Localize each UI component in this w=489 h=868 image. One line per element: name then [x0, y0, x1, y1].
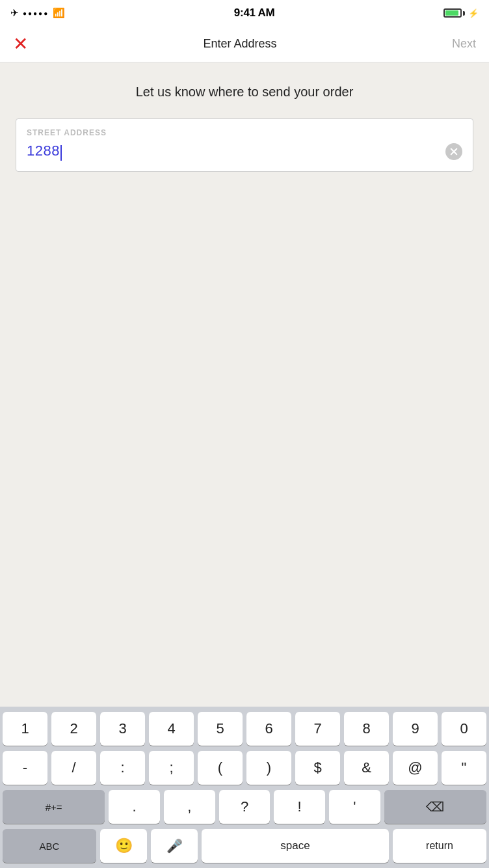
close-button[interactable]: ✕ [13, 35, 28, 53]
key-8[interactable]: 8 [344, 712, 389, 746]
key-1[interactable]: 1 [3, 712, 47, 746]
key-return[interactable]: return [393, 829, 486, 863]
battery-fill [445, 10, 458, 16]
next-button[interactable]: Next [452, 37, 476, 51]
wifi-icon: 📶 [53, 7, 65, 19]
keyboard: 1 2 3 4 5 6 7 8 9 0 - / : ; ( ) $ & @ " … [0, 707, 489, 868]
key-0[interactable]: 0 [442, 712, 486, 746]
key-2[interactable]: 2 [51, 712, 96, 746]
keyboard-row-3: #+= . , ? ! ' ⌫ [0, 790, 489, 824]
key-4[interactable]: 4 [149, 712, 194, 746]
backspace-key[interactable]: ⌫ [384, 790, 486, 824]
key-rparen[interactable]: ) [246, 751, 291, 785]
keyboard-row-4: ABC 🙂 🎤 space return [0, 829, 489, 868]
status-time: 9:41 AM [234, 7, 274, 20]
key-semicolon[interactable]: ; [149, 751, 194, 785]
input-text: 1288 [27, 142, 60, 159]
battery-tip [463, 11, 465, 16]
keyboard-row-1: 1 2 3 4 5 6 7 8 9 0 [0, 712, 489, 746]
key-dash[interactable]: - [3, 751, 47, 785]
content-area: Let us know where to send your order STR… [0, 62, 489, 707]
key-at[interactable]: @ [393, 751, 438, 785]
key-colon[interactable]: : [100, 751, 145, 785]
status-left: ✈ ●●●●● 📶 [10, 7, 65, 19]
key-3[interactable]: 3 [100, 712, 145, 746]
nav-bar: ✕ Enter Address Next [0, 26, 489, 62]
keyboard-row-2: - / : ; ( ) $ & @ " [0, 751, 489, 785]
status-bar: ✈ ●●●●● 📶 9:41 AM ⚡ [0, 0, 489, 26]
key-abc[interactable]: ABC [3, 829, 96, 863]
text-cursor [60, 145, 62, 161]
key-comma[interactable]: , [164, 790, 215, 824]
airplane-icon: ✈ [10, 7, 19, 19]
key-dollar[interactable]: $ [295, 751, 340, 785]
prompt-text: Let us know where to send your order [16, 83, 473, 100]
key-period[interactable]: . [109, 790, 160, 824]
key-ampersand[interactable]: & [344, 751, 389, 785]
key-5[interactable]: 5 [198, 712, 243, 746]
key-hashpluseq[interactable]: #+= [3, 790, 105, 824]
key-9[interactable]: 9 [393, 712, 438, 746]
bolt-icon: ⚡ [468, 8, 479, 18]
key-slash[interactable]: / [51, 751, 96, 785]
key-exclamation[interactable]: ! [274, 790, 325, 824]
battery-body [443, 8, 462, 18]
battery-icon [443, 8, 465, 18]
input-label: STREET ADDRESS [27, 128, 462, 137]
key-6[interactable]: 6 [246, 712, 291, 746]
input-value-row: 1288 [27, 142, 462, 161]
status-right: ⚡ [443, 8, 479, 18]
address-input-box[interactable]: STREET ADDRESS 1288 [16, 118, 473, 172]
key-7[interactable]: 7 [295, 712, 340, 746]
key-question[interactable]: ? [219, 790, 271, 824]
key-space[interactable]: space [202, 829, 389, 863]
key-emoji[interactable]: 🙂 [100, 829, 147, 863]
page-title: Enter Address [203, 37, 276, 51]
input-value: 1288 [27, 142, 62, 161]
key-apostrophe[interactable]: ' [329, 790, 380, 824]
key-mic[interactable]: 🎤 [151, 829, 198, 863]
key-quote[interactable]: " [442, 751, 486, 785]
clear-button[interactable] [445, 143, 462, 160]
signal-dots: ●●●●● [23, 10, 49, 17]
key-lparen[interactable]: ( [198, 751, 243, 785]
